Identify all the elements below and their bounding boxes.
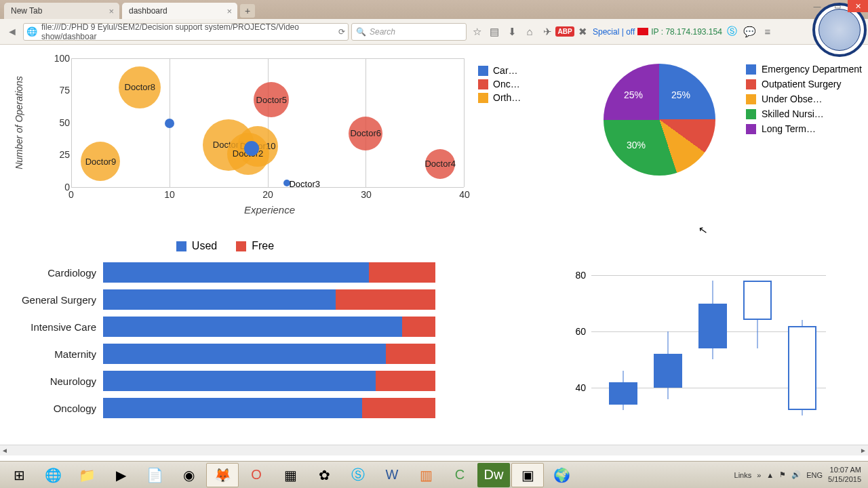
bar-legend: Used Free [8,240,442,252]
skype-icon[interactable]: Ⓢ [725,24,740,39]
bar-row[interactable]: Intensive Care [8,313,442,340]
special-label[interactable]: Special | off [593,27,635,37]
word-icon[interactable]: W [376,463,408,487]
y-tick: 40 [568,382,586,393]
bubble-plot-area: Doctor8 Doctor9 Doctor7 Doctor10 Doctor2… [71,58,465,187]
browser-toolbar: ◄ 🌐 file:///D:/PHD 9 Eylul/SEM2/Decision… [0,19,868,45]
back-button[interactable]: ◄ [4,24,20,40]
legend-item[interactable]: Under Obse… [746,94,862,104]
bubble-legend: Car… Onc… Orth… [478,65,521,106]
reload-icon[interactable]: ⟳ [338,27,345,37]
search-box[interactable]: 🔍 Search [351,23,467,41]
window-close-button[interactable]: ✕ [848,0,868,12]
browser-tab[interactable]: New Tab × [4,3,119,19]
chat-icon[interactable]: 💬 [743,24,757,39]
pie-legend: Emergency Department Outpatient Surgery … [746,64,862,138]
horizontal-scrollbar[interactable]: ◄► [0,445,868,455]
reader-icon[interactable]: ▤ [487,24,502,39]
close-icon[interactable]: × [226,6,232,16]
minimize-button[interactable]: — [807,0,827,12]
home-icon[interactable]: ⌂ [522,24,537,39]
windows-taskbar: ⊞ 🌐 📁 ▶ 📄 ◉ 🦊 O ▦ ✿ Ⓢ W ▥ C Dw ▣ 🌍 Links… [0,461,868,488]
bar-row[interactable]: General Surgery [8,286,442,313]
tray-volume-icon[interactable]: 🔊 [791,470,801,479]
x-tick: 10 [164,189,175,200]
pie-slice-label: 30% [627,140,646,150]
chrome-icon[interactable]: ◉ [172,463,205,487]
opera-icon[interactable]: O [240,463,273,487]
abp-icon[interactable]: ABP [557,24,572,39]
bar-category-label: Maternity [8,348,103,360]
bubble-point[interactable]: Doctor8 [119,66,161,108]
app-icon[interactable]: ✿ [308,463,340,487]
x-tick: 0 [68,189,74,200]
app-icon[interactable]: 🌍 [545,463,578,487]
close-icon[interactable]: × [108,6,114,16]
menu-icon[interactable]: ≡ [760,24,775,39]
x-axis-label: Experience [244,204,295,216]
dreamweaver-icon[interactable]: Dw [477,463,510,487]
tray-links[interactable]: Links [734,471,752,479]
pie-chart: 25% 25% 30% Emergency Department Outpati… [604,64,848,199]
tray-up-icon[interactable]: ▲ [766,471,774,479]
dashboard-content: Number of Operations Doctor8 Doctor9 Doc… [0,45,868,455]
y-tick: 75 [51,85,70,96]
bubble-point[interactable]: Doctor4 [425,149,455,179]
tray-lang[interactable]: ENG [806,471,823,479]
camtasia-icon[interactable]: C [443,463,476,487]
x-tick: 30 [361,189,372,200]
start-button[interactable]: ⊞ [3,463,35,487]
legend-item[interactable]: Skilled Nursi… [746,108,862,119]
legend-item[interactable]: Emergency Department [746,64,862,75]
firefox-icon[interactable]: 🦊 [206,463,239,487]
ie-icon[interactable]: 🌐 [37,463,69,487]
pdf-icon[interactable]: ▥ [410,463,442,487]
bubble-chart: Number of Operations Doctor8 Doctor9 Doc… [14,58,529,221]
pie-slice-label: 25% [671,89,690,100]
app-icon[interactable]: ▦ [274,463,307,487]
tray-chevron-icon[interactable]: » [757,471,761,479]
send-icon[interactable]: ✈ [540,24,555,39]
bar-row[interactable]: Neurology [8,367,442,394]
explorer-icon[interactable]: 📁 [71,463,103,487]
new-tab-button[interactable]: + [240,4,255,18]
bubble-point[interactable]: Doctor9 [81,142,120,181]
app-icon[interactable]: ▣ [511,463,544,487]
system-tray[interactable]: Links » ▲ ⚑ 🔊 ENG 10:07 AM5/15/2015 [734,466,865,483]
skype-icon[interactable]: Ⓢ [342,463,374,487]
bubble-point[interactable]: Doctor5 [254,82,289,117]
bar-row[interactable]: Oncology [8,394,442,422]
legend-item[interactable]: Free [236,240,274,252]
url-text: file:///D:/PHD 9 Eylul/SEM2/Decision sup… [41,22,338,41]
bar-category-label: Oncology [8,403,103,414]
legend-item[interactable]: Used [176,240,217,252]
browser-tab[interactable]: dashboard × [122,3,237,19]
bar-row[interactable]: Cardiology [8,259,442,286]
bubble-point[interactable]: Doctor6 [349,117,382,150]
search-icon: 🔍 [356,27,366,37]
bubble-point[interactable] [244,141,259,156]
tray-flag-icon[interactable]: ⚑ [779,470,786,479]
x-icon[interactable]: ✖ [575,24,590,39]
legend-item[interactable]: Outpatient Surgery [746,79,862,89]
download-icon[interactable]: ⬇ [505,24,519,39]
x-tick: 40 [459,189,470,200]
bookmark-icon[interactable]: ☆ [469,24,484,39]
bar-category-label: Neurology [8,375,103,387]
y-tick: 100 [51,53,70,64]
maximize-button[interactable]: ▭ [827,0,848,12]
vlc-icon[interactable]: ▶ [104,463,137,487]
pie-graphic[interactable]: 25% 25% 30% [604,64,715,176]
bar-row[interactable]: Maternity [8,340,442,367]
url-bar[interactable]: 🌐 file:///D:/PHD 9 Eylul/SEM2/Decision s… [23,23,349,41]
ip-label: IP : 78.174.193.154 [651,27,722,37]
legend-item[interactable]: Onc… [478,79,521,89]
notepad-icon[interactable]: 📄 [138,463,171,487]
bubble-point[interactable] [165,119,174,128]
legend-item[interactable]: Orth… [478,92,521,103]
tab-title: New Tab [11,6,42,16]
legend-item[interactable]: Car… [478,65,521,76]
bar-category-label: General Surgery [8,294,103,306]
legend-item[interactable]: Long Term… [746,123,862,134]
tray-clock[interactable]: 10:07 AM5/15/2015 [828,466,861,483]
